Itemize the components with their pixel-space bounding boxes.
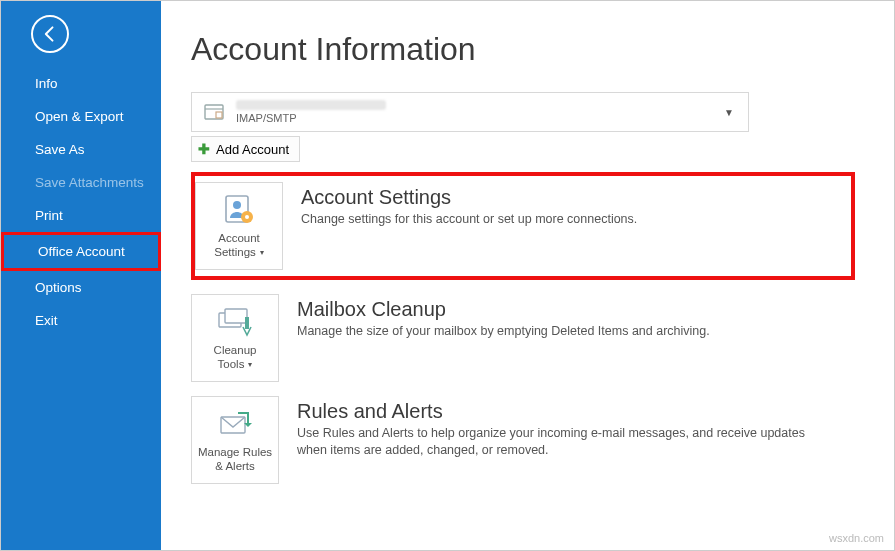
sidebar-item-save-attachments: Save Attachments: [1, 166, 161, 199]
add-account-label: Add Account: [216, 142, 289, 157]
svg-rect-7: [225, 309, 247, 323]
annotation-highlight-account-settings: Account Settings▾ Account Settings Chang…: [191, 172, 855, 280]
cleanup-tools-icon: [217, 304, 253, 340]
svg-point-3: [233, 201, 241, 209]
sidebar-item-exit[interactable]: Exit: [1, 304, 161, 337]
add-account-button[interactable]: ✚ Add Account: [191, 136, 300, 162]
main-content: Account Information IMAP/SMTP ▼ ✚ Add Ac…: [161, 1, 894, 550]
svg-point-5: [245, 215, 249, 219]
arrow-left-icon: [40, 24, 60, 44]
caret-down-icon: ▼: [724, 107, 734, 118]
sidebar-item-open-export[interactable]: Open & Export: [1, 100, 161, 133]
rules-alerts-section: Manage Rules & Alerts Rules and Alerts U…: [191, 396, 851, 484]
account-settings-icon: [222, 192, 256, 228]
chevron-down-icon: ▾: [260, 248, 264, 258]
sidebar-item-info[interactable]: Info: [1, 67, 161, 100]
account-settings-title: Account Settings: [301, 186, 637, 209]
sidebar-item-print[interactable]: Print: [1, 199, 161, 232]
sidebar-item-office-account[interactable]: Office Account: [4, 235, 158, 268]
rules-alerts-title: Rules and Alerts: [297, 400, 817, 423]
annotation-highlight-office-account: Office Account: [1, 232, 161, 271]
account-protocol: IMAP/SMTP: [236, 112, 386, 124]
account-settings-tile[interactable]: Account Settings▾: [195, 182, 283, 270]
mailbox-icon: [200, 98, 228, 126]
backstage-sidebar: Info Open & Export Save As Save Attachme…: [1, 1, 161, 550]
chevron-down-icon: ▾: [248, 360, 252, 370]
watermark: wsxdn.com: [829, 532, 884, 544]
sidebar-item-save-as[interactable]: Save As: [1, 133, 161, 166]
account-email-redacted: [236, 100, 386, 110]
svg-rect-1: [216, 112, 222, 118]
mailbox-cleanup-section: Cleanup Tools▾ Mailbox Cleanup Manage th…: [191, 294, 851, 382]
cleanup-tools-tile[interactable]: Cleanup Tools▾: [191, 294, 279, 382]
account-selector-dropdown[interactable]: IMAP/SMTP ▼: [191, 92, 749, 132]
mailbox-cleanup-desc: Manage the size of your mailbox by empty…: [297, 323, 710, 340]
rules-alerts-icon: [218, 406, 252, 442]
sidebar-item-options[interactable]: Options: [1, 271, 161, 304]
account-settings-desc: Change settings for this account or set …: [301, 211, 637, 228]
back-button[interactable]: [31, 15, 69, 53]
plus-icon: ✚: [198, 141, 210, 157]
page-title: Account Information: [191, 31, 894, 68]
svg-rect-8: [245, 317, 249, 329]
rules-alerts-desc: Use Rules and Alerts to help organize yo…: [297, 425, 817, 459]
manage-rules-alerts-tile[interactable]: Manage Rules & Alerts: [191, 396, 279, 484]
mailbox-cleanup-title: Mailbox Cleanup: [297, 298, 710, 321]
